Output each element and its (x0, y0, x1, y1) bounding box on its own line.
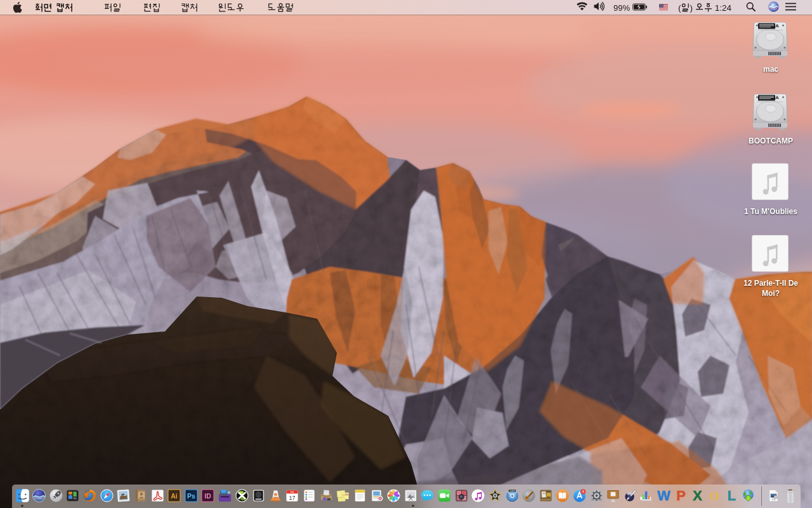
svg-text:17: 17 (289, 495, 296, 501)
svg-text:ID: ID (205, 492, 212, 500)
svg-text:6월: 6월 (291, 491, 294, 493)
svg-text:Ps: Ps (187, 492, 195, 500)
svg-text:Mgm: Mgm (346, 493, 350, 496)
svg-text:4: 4 (582, 490, 584, 493)
svg-text:Ai: Ai (171, 492, 178, 500)
svg-text:JPG: JPG (771, 498, 775, 501)
svg-text:O: O (710, 490, 719, 502)
svg-text:X: X (693, 489, 702, 502)
svg-text:L: L (727, 489, 735, 502)
svg-text:W: W (657, 489, 671, 502)
svg-text:P: P (676, 489, 686, 502)
